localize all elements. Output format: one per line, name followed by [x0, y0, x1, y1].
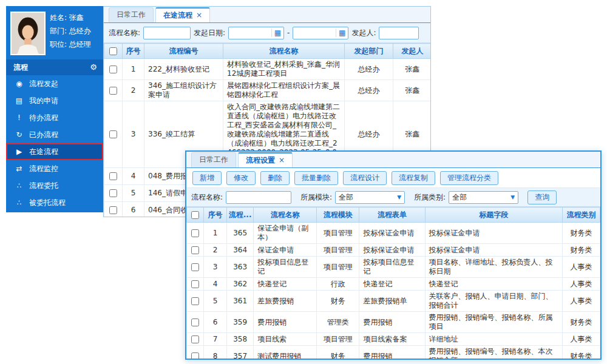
- process-name-input[interactable]: [143, 27, 191, 39]
- column-header-name[interactable]: 流程名称: [223, 44, 345, 59]
- gear-icon[interactable]: ⚙: [90, 59, 97, 75]
- date-from-input[interactable]: [229, 28, 271, 38]
- column-header-code[interactable]: 流程编号: [144, 44, 223, 59]
- cell-process-name: 保证金申请: [254, 244, 317, 257]
- close-tab-icon[interactable]: ×: [279, 156, 285, 164]
- cell-category: 财务类: [562, 244, 600, 257]
- cell-process-id: 363: [227, 257, 254, 278]
- menu-item-icon: ∴: [15, 198, 24, 207]
- cell-no: 8: [204, 346, 227, 360]
- cell-form: 项目线索备案: [359, 333, 425, 346]
- row-checkbox[interactable]: [191, 352, 199, 360]
- process-copy-button[interactable]: 流程复制: [392, 171, 435, 185]
- date-separator: -: [287, 29, 290, 37]
- edit-button[interactable]: 修改: [226, 171, 256, 185]
- menu-item-icon: !: [15, 113, 24, 122]
- sidebar-menu-item[interactable]: ↻ 已办流程: [6, 126, 103, 143]
- sidebar-menu-item[interactable]: ⇄ 流程监控: [6, 160, 103, 177]
- select-all-checkbox[interactable]: [109, 47, 117, 55]
- add-button[interactable]: 新增: [192, 171, 222, 185]
- cell-form: 投标保证金申请: [359, 244, 425, 257]
- row-checkbox[interactable]: [109, 206, 117, 214]
- column-header-title-fields[interactable]: 标题字段: [425, 207, 562, 223]
- table-row[interactable]: 2 346_施工组织设计方案申请 晨铭园林绿化工程组织设计方案_晨铭园林绿化工程…: [104, 80, 432, 101]
- row-checkbox[interactable]: [109, 66, 117, 73]
- batch-delete-button[interactable]: 批量删除: [294, 171, 338, 185]
- column-header-no[interactable]: 序号: [204, 207, 227, 223]
- module-label: 所属模块:: [300, 192, 332, 203]
- row-checkbox[interactable]: [109, 172, 117, 180]
- date-to-input[interactable]: [293, 28, 336, 38]
- sidebar-menu-item[interactable]: ◉ 流程发起: [6, 75, 103, 92]
- column-header-initiator[interactable]: 发起人: [393, 44, 432, 59]
- sidebar-menu-item[interactable]: ▶ 在途流程: [6, 143, 103, 160]
- column-header-dept[interactable]: 发起部门: [345, 44, 393, 59]
- sidebar-menu-item[interactable]: ▤ 我的申请: [6, 92, 103, 109]
- sidebar-menu-item[interactable]: ∴ 被委托流程: [6, 194, 103, 211]
- date-to-field[interactable]: ▦: [293, 27, 348, 39]
- column-header-category[interactable]: 流程类别: [562, 207, 600, 223]
- table-row[interactable]: 6 359 费用报销 管理类 费用报销 费用报销、报销编号、报销名称、所属项目 …: [187, 312, 600, 333]
- search-button[interactable]: 查询: [527, 190, 557, 204]
- table-row[interactable]: 5 361 差旅费报销 财务 差旅费报销单 关联客户、报销人、申请日期、部门、报…: [187, 291, 600, 312]
- table-row[interactable]: 8 357 测试费用报销 财务 费用报销 费用报销、报销编号、报销名称、本次报销…: [187, 346, 600, 360]
- row-checkbox[interactable]: [191, 280, 199, 288]
- process-name-input[interactable]: [226, 191, 291, 204]
- tab-daily-work[interactable]: 日常工作: [109, 7, 154, 22]
- cell-initiator: 张鑫: [393, 80, 432, 101]
- row-checkbox[interactable]: [191, 263, 199, 271]
- cell-no: 2: [123, 80, 144, 101]
- table-row[interactable]: 4 362 快递登记 行政 快递登记 快递登记 人事类: [187, 278, 600, 291]
- tab-in-transit-process[interactable]: 在途流程×: [155, 7, 210, 22]
- row-checkbox[interactable]: [109, 87, 117, 95]
- row-checkbox[interactable]: [191, 297, 199, 305]
- cell-title-fields: 快递登记: [425, 278, 562, 291]
- category-select[interactable]: 全部 ▼: [449, 191, 518, 204]
- table-row[interactable]: 2 364 保证金申请 项目管理 投标保证金申请 投标保证金申请 财务类: [187, 244, 600, 257]
- calendar-icon[interactable]: ▦: [271, 29, 283, 37]
- tab-daily-work[interactable]: 日常工作: [191, 152, 236, 167]
- cell-no: 4: [204, 278, 227, 291]
- cell-no: 7: [204, 333, 227, 346]
- select-all-checkbox[interactable]: [191, 211, 199, 219]
- row-checkbox[interactable]: [191, 229, 199, 237]
- date-from-field[interactable]: ▦: [228, 27, 284, 39]
- table-row[interactable]: 1 365 保证金申请（副本） 项目管理 投标保证金申请 投标保证金申请 财务类: [187, 223, 600, 244]
- chevron-down-icon: ▼: [397, 194, 401, 200]
- category-label: 所属类别:: [414, 192, 446, 203]
- cell-title-fields: 费用报销、报销编号、报销名称、本次报销金额: [425, 346, 562, 360]
- column-header-form[interactable]: 流程表单: [359, 207, 425, 223]
- cell-process-name: 快递登记: [254, 278, 317, 291]
- table-row[interactable]: 1 222_材料验收登记 材料验收登记_材料采购_张鑫_华润12城房建工程项目 …: [104, 59, 432, 80]
- row-checkbox[interactable]: [191, 318, 199, 326]
- process-design-button[interactable]: 流程设计: [343, 171, 387, 185]
- start-date-label: 发起日期:: [194, 28, 225, 38]
- calendar-icon[interactable]: ▦: [336, 29, 348, 37]
- row-checkbox[interactable]: [191, 335, 199, 343]
- cell-no: 6: [123, 202, 144, 218]
- delete-button[interactable]: 删除: [260, 171, 290, 185]
- close-tab-icon[interactable]: ×: [196, 11, 202, 19]
- module-select[interactable]: 全部 ▼: [335, 191, 405, 204]
- back-window-tabbar: 日常工作 在途流程×: [104, 7, 430, 23]
- cell-process-name: 材料验收登记_材料采购_张鑫_华润12城房建工程项目: [223, 59, 345, 80]
- row-checkbox[interactable]: [109, 189, 117, 197]
- cell-process-id: 357: [227, 346, 254, 360]
- sidebar-menu-item[interactable]: ∴ 流程委托: [6, 177, 103, 194]
- initiator-input[interactable]: [379, 27, 419, 39]
- row-checkbox[interactable]: [191, 246, 199, 254]
- table-row[interactable]: 7 358 项目线索 项目管理 项目线索备案 详细地址 人事类: [187, 333, 600, 346]
- process-section-header: 流程 ⚙: [6, 59, 103, 75]
- column-header-no[interactable]: 序号: [123, 44, 144, 59]
- column-header-module[interactable]: 流程模块: [317, 207, 359, 223]
- menu-item-label: 待办流程: [29, 113, 58, 123]
- table-row[interactable]: 3 363 投标项目信息登记 项目管理 投标项目信息登记 项目名称、详细地址、投…: [187, 257, 600, 278]
- column-header-code[interactable]: 流程...: [227, 207, 254, 223]
- row-checkbox[interactable]: [109, 130, 117, 138]
- profile-name: 姓名: 张鑫: [50, 11, 101, 24]
- tab-process-settings[interactable]: 流程设置×: [238, 152, 293, 167]
- manage-category-button[interactable]: 管理流程分类: [440, 171, 498, 185]
- cell-module: 财务: [317, 291, 359, 312]
- sidebar-menu-item[interactable]: ! 待办流程: [6, 109, 103, 126]
- column-header-name[interactable]: 流程名称: [254, 207, 317, 223]
